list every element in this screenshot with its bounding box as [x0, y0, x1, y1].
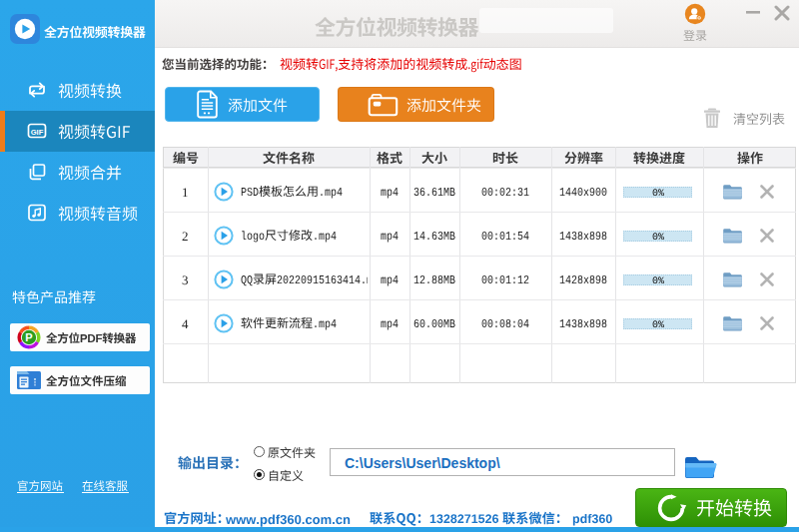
svg-text:GIF: GIF [31, 128, 44, 137]
svg-text:P: P [25, 331, 32, 343]
